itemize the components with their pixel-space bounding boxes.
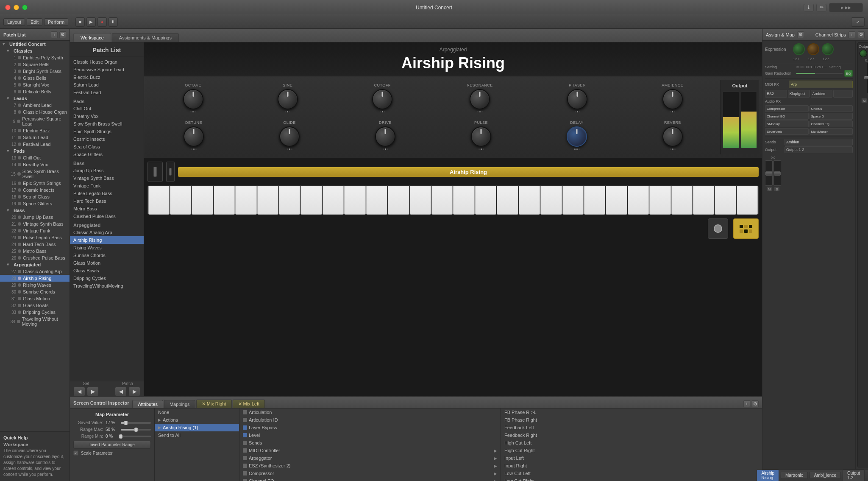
patch-settings-button[interactable]: ⚙ xyxy=(59,31,66,38)
center-patch-rising-waves[interactable]: Rising Waves xyxy=(70,244,144,252)
key-b4[interactable] xyxy=(737,186,758,215)
scale-checkbox[interactable] xyxy=(73,450,78,456)
patch-item-13[interactable]: 13Chill Out xyxy=(0,154,70,161)
key-e[interactable] xyxy=(192,186,213,215)
param-layer-bypass[interactable]: Layer Bypass xyxy=(239,424,501,431)
tab-assignments[interactable]: Assignments & Mappings xyxy=(112,33,179,42)
center-patch-vintage-funk[interactable]: Vintage Funk xyxy=(70,182,144,190)
fx-silververb[interactable]: SilverVerb xyxy=(765,128,809,135)
patch-item-20[interactable]: 20Jump Up Bass xyxy=(0,214,70,221)
param-input-left[interactable]: Input Left xyxy=(501,454,762,462)
edit-button[interactable]: Edit xyxy=(27,18,42,26)
octave-knob[interactable] xyxy=(183,89,203,109)
patch-next-button[interactable]: ▶ xyxy=(128,387,140,396)
fader-l[interactable] xyxy=(765,160,773,186)
param-compressor[interactable]: Compressor▶ xyxy=(239,470,501,477)
folder-arpeggiated[interactable]: ▾ Arpeggiated xyxy=(0,261,70,268)
mod-wheel[interactable] xyxy=(166,162,175,182)
sci-settings-button[interactable]: ⚙ xyxy=(752,400,759,407)
maximize-button[interactable] xyxy=(22,5,28,10)
key-f2[interactable] xyxy=(366,186,387,215)
layout-button[interactable]: Layout xyxy=(3,18,25,26)
patch-item-16[interactable]: 16Epic Synth Strings xyxy=(0,180,70,187)
patch-item-21[interactable]: 21Vintage Synth Bass xyxy=(0,221,70,227)
key-a3[interactable] xyxy=(562,186,584,215)
center-patch-saturn-lead[interactable]: Saturn Lead xyxy=(70,81,144,89)
center-patch-sunrise-chords[interactable]: Sunrise Chords xyxy=(70,252,144,259)
tab-mix-right[interactable]: ✕ Mix Right xyxy=(196,400,232,408)
key-e4[interactable] xyxy=(649,186,670,215)
patch-item-27[interactable]: 27Classic Analog Arp xyxy=(0,268,70,275)
center-patch-jump-up-bass[interactable]: Jump Up Bass xyxy=(70,167,144,174)
fx-channel-eq[interactable]: Channel EQ xyxy=(765,113,809,120)
tab-attributes[interactable]: Attributes xyxy=(132,400,163,408)
center-patch-electric-buzz[interactable]: Electric Buzz xyxy=(70,73,144,81)
cutoff-knob[interactable] xyxy=(372,89,392,109)
center-patch-breathy-vox[interactable]: Breathy Vox xyxy=(70,112,144,120)
key-a2[interactable] xyxy=(410,186,431,215)
phaser-knob[interactable] xyxy=(567,89,587,109)
range-min-slider[interactable] xyxy=(121,436,151,437)
patch-item-15[interactable]: 15Slow Synth Brass Swell xyxy=(0,168,70,180)
patch-item-17[interactable]: 17Cosmic Insects xyxy=(0,187,70,193)
patch-item-10[interactable]: 10Electric Buzz xyxy=(0,127,70,134)
sine-knob[interactable] xyxy=(278,89,298,109)
center-patch-glass-bowls[interactable]: Glass Bowls xyxy=(70,267,144,274)
tab-workspace[interactable]: Workspace xyxy=(73,33,111,42)
patch-item-5[interactable]: 5Starlight Vox xyxy=(0,81,70,88)
param-feedback-left[interactable]: Feedback Left xyxy=(501,424,762,431)
mapping-airship-rising[interactable]: ▶ Airship Rising (1) xyxy=(155,424,239,431)
key-g3[interactable] xyxy=(540,186,562,215)
expression-knob-3[interactable] xyxy=(822,43,834,55)
solo-button[interactable]: S xyxy=(774,187,780,192)
patch-item-11[interactable]: 11Saturn Lead xyxy=(0,134,70,141)
close-button[interactable] xyxy=(5,5,11,10)
center-patch-percussive-square[interactable]: Percussive Square Lead xyxy=(70,66,144,73)
key-c2[interactable] xyxy=(300,186,322,215)
sends-value-box[interactable]: Ambien xyxy=(785,139,853,145)
patch-item-32[interactable]: 32Glass Bowls xyxy=(0,302,70,309)
center-patch-crushed-pulse[interactable]: Crushed Pulse Bass xyxy=(70,213,144,220)
ambience-knob[interactable] xyxy=(662,89,683,109)
mute-button[interactable]: M xyxy=(766,187,772,192)
key-e2[interactable] xyxy=(344,186,365,215)
sustain-icon[interactable] xyxy=(708,218,728,239)
fx-multimaner[interactable]: MultiManer xyxy=(810,128,853,135)
center-patch-space-glitters[interactable]: Space Glitters xyxy=(70,151,144,158)
param-sends[interactable]: Sends xyxy=(239,439,501,447)
expression-knob-1[interactable] xyxy=(793,43,805,55)
invert-param-button[interactable]: Invert Parameter Range xyxy=(73,441,151,449)
center-patch-classic-analog-arp[interactable]: Classic Analog Arp xyxy=(70,229,144,236)
minimize-button[interactable] xyxy=(14,5,19,10)
key-d4[interactable] xyxy=(628,186,649,215)
channel-strips-add[interactable]: + xyxy=(849,31,855,38)
bottom-patch-ambience[interactable]: Ambi_ience xyxy=(810,472,841,479)
fx-st-delay[interactable]: St-Delay xyxy=(765,120,809,127)
param-low-cut-left[interactable]: Low Cut Left xyxy=(501,470,762,477)
key-d3[interactable] xyxy=(475,186,496,215)
folder-leads[interactable]: ▾ Leads xyxy=(0,95,70,102)
patch-item-14[interactable]: 14Breathy Vox xyxy=(0,161,70,168)
patch-item-25[interactable]: 25Metro Bass xyxy=(0,248,70,254)
center-patch-sea-of-glass[interactable]: Sea of Glass xyxy=(70,143,144,151)
param-arpeggator[interactable]: Arpeggator▶ xyxy=(239,454,501,462)
key-a[interactable] xyxy=(257,186,278,215)
folder-classics[interactable]: ▾ Classics xyxy=(0,48,70,54)
fullscreen-button[interactable]: ⤢ xyxy=(851,17,865,27)
record-button[interactable]: ● xyxy=(97,17,107,27)
patch-item-1[interactable]: 1Eighties Poly Synth xyxy=(0,54,70,61)
patch-item-24[interactable]: 24Hard Tech Bass xyxy=(0,241,70,248)
input-ambien[interactable]: Ambien xyxy=(811,90,833,98)
param-channel-eq[interactable]: Channel EQ▶ xyxy=(239,477,501,481)
sequencer-icon[interactable] xyxy=(733,218,759,239)
mapping-send-to-all[interactable]: Send to All xyxy=(155,431,239,439)
expression-knob-2[interactable] xyxy=(807,43,819,55)
tab-mappings[interactable]: Mappings xyxy=(164,400,195,408)
center-patch-chill-out[interactable]: Chill Out xyxy=(70,105,144,112)
key-f4[interactable] xyxy=(671,186,693,215)
pitch-wheel[interactable] xyxy=(147,162,163,182)
center-patch-metro-bass[interactable]: Metro Bass xyxy=(70,205,144,213)
param-esz[interactable]: ESZ (Synthesizer 2)▶ xyxy=(239,462,501,470)
key-f[interactable] xyxy=(214,186,235,215)
center-patch-epic-synth[interactable]: Epic Synth Strings xyxy=(70,128,144,135)
